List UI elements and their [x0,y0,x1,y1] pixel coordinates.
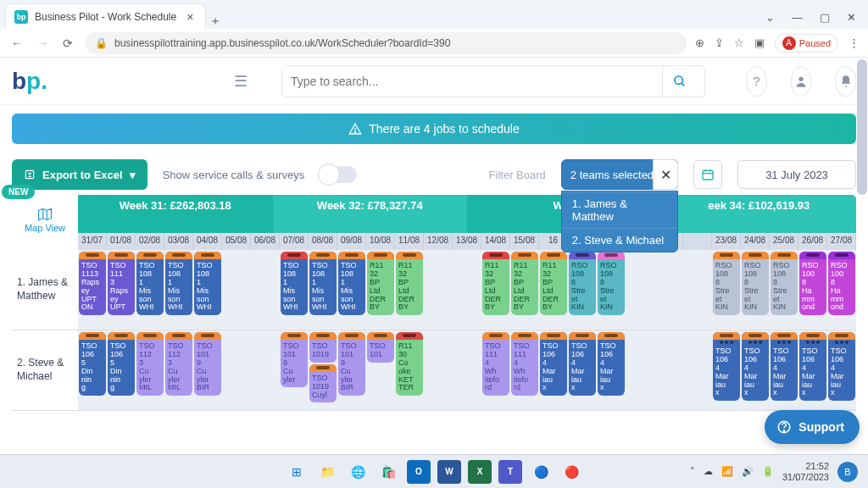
logo[interactable]: bp. [12,68,47,95]
day-column-header[interactable]: 03/08 [164,233,193,250]
job-card[interactable]: TSO1064Mariaux [540,332,567,396]
schedule-cell[interactable]: TSO1113RapseyUPT [107,250,136,330]
hamburger-icon[interactable]: ☰ [234,72,248,91]
battery-icon[interactable]: 🔋 [762,466,774,477]
help-icon[interactable]: ? [746,66,767,97]
job-card[interactable]: TSO1064Mariaux [799,332,826,401]
schedule-cell[interactable] [251,250,280,330]
volume-icon[interactable]: 🔊 [742,466,754,477]
job-card[interactable]: TSO101 [367,332,394,363]
day-column-header[interactable]: 09/08 [337,233,366,250]
schedule-cell[interactable]: TSO1065Dinning [78,330,107,410]
profile-badge[interactable]: A Paused [775,34,838,53]
map-view-button[interactable]: Map View [12,195,78,233]
team-option[interactable]: 2. Steve & Michael [562,228,677,252]
chevron-up-icon[interactable]: ˄ [690,466,695,477]
schedule-cell[interactable]: R1132BPLtdDERBY [481,250,510,330]
schedule-cell[interactable]: TSO1019Cuyler [280,330,309,410]
schedule-cell[interactable] [654,330,683,410]
job-card[interactable]: TSO1113RapseyUPTON [79,252,106,315]
reload-icon[interactable]: ⟳ [59,36,76,50]
job-card[interactable]: TSO1114Whiteford [482,332,509,396]
day-column-header[interactable]: 01/08 [107,233,136,250]
day-column-header[interactable]: 13/08 [453,233,481,250]
schedule-cell[interactable] [424,330,453,410]
schedule-cell[interactable]: R1132BPLtdDERBY [366,250,395,330]
schedule-cell[interactable] [626,250,654,330]
url-field[interactable]: 🔒 businesspilottraining.app.businesspilo… [85,32,687,54]
day-column-header[interactable]: 06/08 [251,233,280,250]
job-card[interactable]: TSO1113RapseyUPT [108,252,135,315]
day-column-header[interactable]: 11/08 [395,233,424,250]
schedule-cell[interactable]: TSO1081MissonWHI [193,250,222,330]
job-card[interactable]: RSO1088StreetKIN [598,252,625,315]
job-card[interactable]: TSO1064Mariaux [713,332,740,401]
bell-icon[interactable] [835,66,856,97]
job-card[interactable]: TSO1081MissonWHI [281,252,308,315]
job-card[interactable]: TSO1081MissonWHI [165,252,192,315]
chrome-icon[interactable]: 🔵 [529,460,553,484]
day-column-header[interactable] [683,233,712,250]
job-card[interactable]: R1132BPLtdDERBY [396,252,423,315]
cloud-icon[interactable]: ☁ [704,466,713,477]
store-icon[interactable]: 🛍️ [376,460,400,484]
schedule-cell[interactable]: TSO1064Mariaux [770,330,798,410]
job-card[interactable]: TSO1064Mariaux [598,332,625,396]
job-card[interactable]: TSO1081MissonWHI [338,252,365,315]
maximize-icon[interactable]: ▢ [820,11,830,24]
job-card[interactable]: RSO1088StreetKIN [742,252,769,315]
schedule-cell[interactable] [251,330,280,410]
schedule-cell[interactable]: RSO1088StreetKIN [568,250,597,330]
schedule-cell[interactable]: RSO1008Hammond [827,250,856,330]
schedule-cell[interactable]: TSO1064Mariaux [712,330,741,410]
kebab-icon[interactable]: ⋮ [849,36,860,49]
support-widget[interactable]: Support [765,410,860,444]
schedule-cell[interactable]: RSO1088StreetKIN [770,250,798,330]
close-icon[interactable]: ✕ [847,11,856,24]
schedule-cell[interactable]: TSO1064Mariaux [741,330,770,410]
extensions-icon[interactable]: ▣ [754,36,765,49]
job-card[interactable]: TSO1114Whiteford [511,332,538,396]
forward-icon[interactable]: → [34,36,51,50]
week-column[interactable]: eek 34: £102,619.93 [662,195,857,233]
schedule-cell[interactable]: TSO1064Mariaux [827,330,856,410]
calendar-icon[interactable] [693,160,722,189]
day-column-header[interactable]: 07/08 [280,233,309,250]
schedule-cell[interactable] [654,250,683,330]
job-card[interactable]: TSO1065Dinning [108,332,135,396]
schedule-cell[interactable]: TSO1019CuylerBIR [193,330,222,410]
job-card[interactable]: R1132BPLtdDERBY [482,252,509,315]
system-tray[interactable]: ˄ ☁ 📶 🔊 🔋 21:52 31/07/2023 B [690,461,858,481]
job-card[interactable]: TSO1064Mariaux [569,332,596,396]
day-column-header[interactable]: 14/08 [481,233,510,250]
job-card[interactable]: RSO1008Hammond [799,252,826,315]
tab-close-icon[interactable]: × [183,10,197,24]
outlook-icon[interactable]: O [407,460,431,484]
job-card[interactable]: TSO1081MissonWHI [194,252,221,315]
job-card[interactable]: R1132BPLtdDERBY [540,252,567,315]
schedule-cell[interactable] [222,330,251,410]
schedule-cell[interactable]: R1132BPLtdDERBY [395,250,424,330]
schedule-cell[interactable]: R1130CookeKETTER [395,330,424,410]
job-card[interactable]: R1132BPLtdDERBY [511,252,538,315]
day-column-header[interactable]: 08/08 [309,233,337,250]
schedule-cell[interactable]: TSO1064Mariaux [597,330,626,410]
schedule-cell[interactable]: RSO1008Hammond [798,250,827,330]
new-tab-icon[interactable]: ＋ [206,14,225,29]
schedule-cell[interactable]: TSO1123CuylerMIL [136,330,164,410]
export-button[interactable]: Export to Excel ▾ [12,159,147,190]
schedule-cell[interactable] [626,330,654,410]
job-card[interactable]: TSO1081MissonWHI [309,252,337,315]
job-card[interactable]: TSO1064Mariaux [742,332,769,401]
schedule-cell[interactable] [222,250,251,330]
schedule-cell[interactable] [453,330,481,410]
schedule-cell[interactable]: TSO1065Dinning [107,330,136,410]
job-card[interactable]: TSO1019Cuyler [281,332,308,387]
job-card[interactable]: TSO1064Mariaux [771,332,798,401]
schedule-cell[interactable]: TSO1081MissonWHI [337,250,366,330]
schedule-cell[interactable]: RSO1088StreetKIN [597,250,626,330]
teams-icon[interactable]: T [498,460,522,484]
team-option[interactable]: 1. James & Matthew [562,191,677,228]
schedule-cell[interactable]: TSO1081MissonWHI [164,250,193,330]
excel-icon[interactable]: X [468,460,492,484]
